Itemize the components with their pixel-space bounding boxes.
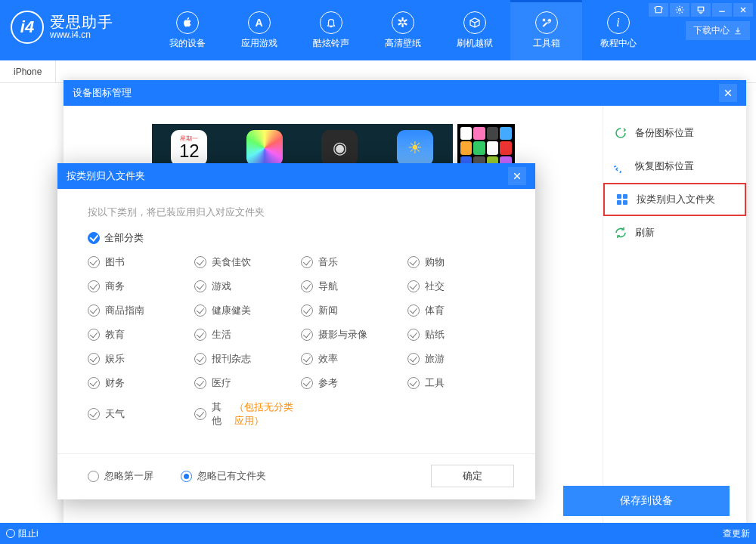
category-教育[interactable]: 教育 bbox=[88, 328, 194, 342]
category-旅游[interactable]: 旅游 bbox=[407, 352, 514, 366]
nav-label: 工具箱 bbox=[533, 37, 560, 50]
category-label: 购物 bbox=[425, 255, 445, 269]
category-贴纸[interactable]: 贴纸 bbox=[407, 328, 514, 342]
category-dialog: 按类别归入文件夹 按以下类别，将已装应用归入对应文件夹 全部分类 图书美食佳饮音… bbox=[57, 163, 535, 499]
category-checkbox[interactable] bbox=[407, 304, 420, 317]
icon-manager-title: 设备图标管理 bbox=[73, 86, 132, 100]
category-checkbox[interactable] bbox=[407, 329, 420, 341]
window-controls bbox=[649, 3, 753, 17]
category-checkbox[interactable] bbox=[194, 304, 206, 317]
category-checkbox[interactable] bbox=[407, 377, 420, 389]
category-购物[interactable]: 购物 bbox=[407, 255, 514, 269]
category-工具[interactable]: 工具 bbox=[407, 376, 514, 390]
nav-我的设备[interactable]: 我的设备 bbox=[151, 0, 223, 60]
icon-manager-close-button[interactable] bbox=[719, 84, 737, 102]
category-checkbox[interactable] bbox=[194, 280, 206, 292]
svg-rect-1 bbox=[698, 7, 704, 11]
device-tab-iphone[interactable]: iPhone bbox=[0, 60, 56, 82]
category-美食佳饮[interactable]: 美食佳饮 bbox=[194, 255, 301, 269]
minimize-button[interactable] bbox=[712, 3, 732, 17]
icon-manager-title-bar: 设备图标管理 bbox=[64, 80, 746, 106]
wrench-icon bbox=[535, 11, 558, 34]
category-健康健美[interactable]: 健康健美 bbox=[194, 304, 301, 317]
category-checkbox[interactable] bbox=[407, 256, 420, 268]
skip-existing-folders-radio[interactable] bbox=[181, 471, 192, 482]
category-checkbox[interactable] bbox=[194, 256, 206, 268]
dropdown-icon[interactable] bbox=[691, 3, 711, 17]
skip-existing-folders-option[interactable]: 忽略已有文件夹 bbox=[181, 469, 266, 483]
nav-工具箱[interactable]: 工具箱 bbox=[510, 0, 582, 60]
category-checkbox[interactable] bbox=[407, 280, 420, 292]
category-checkbox[interactable] bbox=[194, 377, 206, 389]
category-音乐[interactable]: 音乐 bbox=[301, 255, 407, 269]
settings-icon[interactable] bbox=[670, 3, 689, 17]
category-checkbox[interactable] bbox=[88, 329, 100, 341]
category-商务[interactable]: 商务 bbox=[88, 280, 194, 293]
tshirt-icon[interactable] bbox=[649, 3, 668, 17]
restore-icon bbox=[614, 159, 627, 173]
nav-label: 我的设备 bbox=[169, 37, 206, 50]
skip-first-screen-radio[interactable] bbox=[88, 471, 99, 482]
nav-label: 刷机越狱 bbox=[457, 37, 493, 50]
select-all-row[interactable]: 全部分类 bbox=[88, 231, 514, 245]
nav-label: 高清壁纸 bbox=[385, 37, 421, 50]
category-导航[interactable]: 导航 bbox=[301, 280, 407, 293]
download-center-label: 下载中心 bbox=[693, 24, 730, 37]
category-体育[interactable]: 体育 bbox=[407, 304, 514, 317]
photos-app-icon[interactable] bbox=[246, 130, 283, 166]
category-checkbox[interactable] bbox=[301, 377, 313, 389]
category-checkbox[interactable] bbox=[88, 408, 100, 420]
weather-app-icon[interactable]: ☀ bbox=[397, 130, 433, 166]
category-dialog-close-button[interactable] bbox=[508, 167, 526, 185]
category-游戏[interactable]: 游戏 bbox=[194, 280, 301, 293]
category-checkbox[interactable] bbox=[88, 256, 100, 268]
category-checkbox[interactable] bbox=[88, 377, 100, 389]
category-checkbox[interactable] bbox=[88, 304, 100, 317]
category-社交[interactable]: 社交 bbox=[407, 280, 514, 293]
side-action-backup[interactable]: 备份图标位置 bbox=[603, 116, 746, 150]
nav-酷炫铃声[interactable]: 酷炫铃声 bbox=[295, 0, 367, 60]
category-checkbox[interactable] bbox=[194, 329, 206, 341]
category-checkbox[interactable] bbox=[301, 304, 313, 317]
nav-应用游戏[interactable]: A应用游戏 bbox=[223, 0, 295, 60]
calendar-app-icon[interactable]: 星期一 12 bbox=[171, 130, 207, 166]
category-摄影与录像[interactable]: 摄影与录像 bbox=[301, 328, 407, 342]
category-生活[interactable]: 生活 bbox=[194, 328, 301, 342]
category-label: 贴纸 bbox=[425, 328, 445, 342]
confirm-button[interactable]: 确定 bbox=[431, 465, 514, 487]
category-checkbox[interactable] bbox=[194, 408, 206, 420]
category-checkbox[interactable] bbox=[88, 353, 100, 365]
category-其他[interactable]: 其他（包括无分类应用） bbox=[194, 400, 301, 428]
camera-app-icon[interactable]: ◉ bbox=[321, 130, 358, 166]
category-参考[interactable]: 参考 bbox=[301, 376, 407, 390]
category-图书[interactable]: 图书 bbox=[88, 255, 194, 269]
side-action-grid[interactable]: 按类别归入文件夹 bbox=[603, 183, 746, 216]
side-action-restore[interactable]: 恢复图标位置 bbox=[603, 150, 746, 183]
category-效率[interactable]: 效率 bbox=[301, 352, 407, 366]
nav-高清壁纸[interactable]: ✲高清壁纸 bbox=[367, 0, 438, 60]
close-button[interactable] bbox=[733, 3, 753, 17]
category-新闻[interactable]: 新闻 bbox=[301, 304, 407, 317]
block-radio[interactable] bbox=[6, 529, 15, 538]
category-checkbox[interactable] bbox=[88, 280, 100, 292]
category-checkbox[interactable] bbox=[301, 280, 313, 292]
svg-rect-3 bbox=[623, 194, 627, 199]
save-to-device-button[interactable]: 保存到设备 bbox=[563, 486, 730, 516]
category-checkbox[interactable] bbox=[301, 256, 313, 268]
category-checkbox[interactable] bbox=[301, 353, 313, 365]
category-checkbox[interactable] bbox=[407, 353, 420, 365]
category-商品指南[interactable]: 商品指南 bbox=[88, 304, 194, 317]
category-天气[interactable]: 天气 bbox=[88, 400, 194, 428]
category-医疗[interactable]: 医疗 bbox=[194, 376, 301, 390]
category-娱乐[interactable]: 娱乐 bbox=[88, 352, 194, 366]
category-checkbox[interactable] bbox=[301, 329, 313, 341]
nav-教程中心[interactable]: i教程中心 bbox=[582, 0, 654, 60]
download-center-button[interactable]: 下载中心 bbox=[686, 21, 750, 40]
category-财务[interactable]: 财务 bbox=[88, 376, 194, 390]
nav-刷机越狱[interactable]: 刷机越狱 bbox=[438, 0, 510, 60]
skip-first-screen-option[interactable]: 忽略第一屏 bbox=[88, 469, 153, 483]
select-all-checkbox[interactable] bbox=[88, 232, 100, 244]
side-action-refresh[interactable]: 刷新 bbox=[603, 216, 746, 249]
category-报刊杂志[interactable]: 报刊杂志 bbox=[194, 352, 301, 366]
category-checkbox[interactable] bbox=[194, 353, 206, 365]
